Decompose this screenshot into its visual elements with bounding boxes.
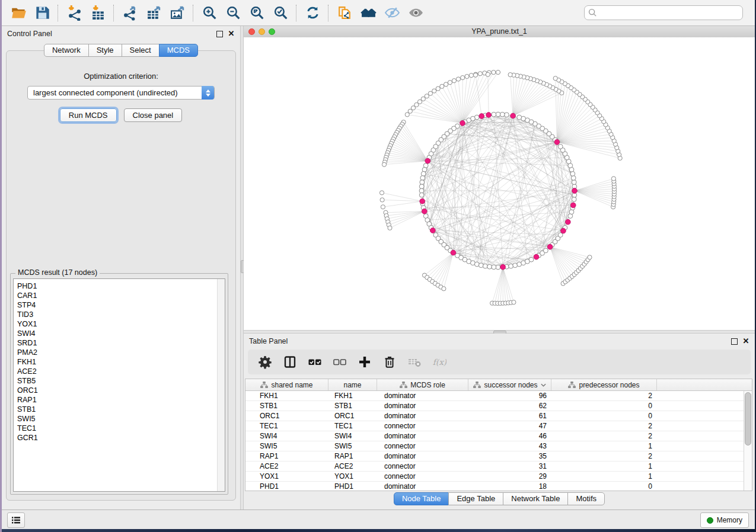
mcds-result-list: PHD1CAR1STP4TID3YOX1SWI4SRD1PMA2FKH1ACE2… [13, 278, 225, 492]
column-header-successor-nodes[interactable]: successor nodes [468, 379, 551, 390]
save-session-button[interactable] [30, 2, 54, 24]
node-table-header-row: shared namenameMCDS rolesuccessor nodesp… [245, 379, 752, 391]
table-row[interactable]: TEC1TEC1connector472 [245, 421, 744, 431]
hide-selected-button[interactable] [380, 2, 404, 24]
table-cell: connector [377, 442, 468, 450]
column-header-predecessor-nodes[interactable]: predecessor nodes [551, 379, 657, 390]
table-scrollbar[interactable] [744, 391, 752, 491]
mcds-result-item[interactable]: STB5 [17, 376, 217, 386]
zoom-out-button[interactable] [221, 2, 245, 24]
mcds-result-group: MCDS result (17 nodes) PHD1CAR1STP4TID3Y… [10, 273, 228, 495]
toolbar-separator [58, 5, 59, 21]
create-column-button[interactable] [355, 352, 375, 372]
table-cell: RAP1 [328, 452, 377, 460]
table-row[interactable]: RAP1RAP1dominator352 [245, 451, 744, 462]
mcds-result-item[interactable]: STB1 [17, 405, 217, 414]
mcds-result-item[interactable]: STP4 [17, 300, 217, 310]
run-mcds-button[interactable]: Run MCDS [60, 108, 117, 122]
show-all-button[interactable] [404, 2, 428, 24]
mcds-result-item[interactable]: SRD1 [17, 338, 217, 348]
mcds-result-item[interactable]: PMA2 [17, 348, 217, 357]
float-window-button[interactable] [216, 30, 223, 37]
mcds-result-item[interactable]: TEC1 [17, 424, 217, 433]
mcds-result-item[interactable]: CAR1 [17, 291, 217, 300]
table-cell: 46 [468, 432, 551, 440]
first-neighbors-button[interactable] [356, 2, 380, 24]
open-file-button[interactable] [7, 2, 30, 24]
table-row[interactable]: SWI5SWI5connector431 [245, 441, 744, 451]
mcds-result-item[interactable]: RAP1 [17, 395, 217, 405]
show-column-panel-button[interactable] [280, 352, 300, 372]
desktop: Control Panel ✕ Network Style Select MCD… [0, 0, 756, 532]
column-settings-button[interactable] [255, 352, 275, 372]
save-floppy-icon [34, 5, 50, 21]
tab-network[interactable]: Network [44, 44, 89, 57]
mcds-result-item[interactable]: YOX1 [17, 319, 217, 329]
table-float-window-button[interactable] [731, 338, 738, 345]
table-scrollbar-thumb[interactable] [745, 392, 751, 446]
delete-column-button[interactable] [379, 352, 400, 372]
table-row[interactable]: YOX1YOX1connector291 [245, 472, 744, 482]
deselect-all-columns-button[interactable] [330, 352, 350, 372]
mcds-result-item[interactable]: PHD1 [17, 281, 217, 291]
select-all-columns-button[interactable] [305, 352, 325, 372]
tab-style[interactable]: Style [88, 44, 122, 57]
tab-mcds[interactable]: MCDS [159, 44, 198, 57]
import-network-button[interactable] [62, 2, 86, 24]
criterion-select[interactable]: largest connected component (undirected) [27, 86, 215, 100]
clone-network-icon [337, 5, 353, 21]
node-table: shared namenameMCDS rolesuccessor nodesp… [245, 379, 752, 491]
mcds-result-item[interactable]: FKH1 [17, 357, 217, 367]
export-image-icon [170, 5, 186, 21]
mcds-result-item[interactable]: SWI4 [17, 329, 217, 338]
refresh-button[interactable] [301, 2, 324, 24]
mcds-result-item[interactable]: ORC1 [17, 386, 217, 395]
network-graph[interactable] [244, 37, 755, 330]
mcds-result-item[interactable]: GCR1 [17, 433, 217, 443]
control-panel-title: Control Panel [7, 30, 52, 38]
table-row[interactable]: ORC1ORC1dominator610 [245, 411, 744, 421]
show-panels-list-button[interactable] [7, 512, 25, 528]
table-cell: 1 [551, 442, 657, 450]
tab-node-table[interactable]: Node Table [394, 492, 449, 505]
table-cell: RAP1 [245, 452, 328, 460]
table-row[interactable]: PHD1PHD1dominator180 [245, 482, 744, 491]
close-panel-button[interactable]: ✕ [228, 30, 235, 37]
tab-edge-table[interactable]: Edge Table [448, 492, 503, 505]
network-canvas[interactable] [244, 37, 755, 330]
memory-button[interactable]: Memory [700, 512, 749, 528]
select-stepper-icon [202, 86, 214, 100]
table-row[interactable]: STB1STB1dominator620 [245, 401, 744, 411]
column-header-name[interactable]: name [328, 379, 377, 390]
close-panel-button-mcds[interactable]: Close panel [124, 108, 183, 122]
table-close-panel-button[interactable]: ✕ [742, 338, 749, 345]
column-header-shared-name[interactable]: shared name [245, 379, 328, 390]
zoom-selected-button[interactable] [269, 2, 292, 24]
table-cell: FKH1 [328, 392, 377, 400]
export-table-button[interactable] [142, 2, 165, 24]
search-input[interactable] [584, 5, 743, 20]
column-header-MCDS-role[interactable]: MCDS role [377, 379, 468, 390]
zoom-fit-button[interactable] [245, 2, 269, 24]
tab-motifs[interactable]: Motifs [567, 492, 605, 505]
network-window-titlebar[interactable]: YPA_prune.txt_1 [244, 26, 755, 38]
table-toolbar: f(x) [248, 350, 751, 374]
mcds-result-item[interactable]: SWI5 [17, 414, 217, 424]
table-cell: dominator [377, 412, 468, 420]
clone-network-button[interactable] [333, 2, 356, 24]
tab-select[interactable]: Select [122, 44, 160, 57]
mcds-result-item[interactable]: ACE2 [17, 367, 217, 376]
zoom-in-button[interactable] [197, 2, 221, 24]
table-row[interactable]: FKH1FKH1dominator962 [245, 391, 744, 401]
export-network-button[interactable] [118, 2, 142, 24]
table-row[interactable]: ACE2ACE2connector311 [245, 462, 744, 472]
mcds-result-scrollbar[interactable] [217, 279, 225, 491]
close-icon: ✕ [228, 31, 235, 37]
mcds-result-item[interactable]: TID3 [17, 310, 217, 319]
tab-network-table[interactable]: Network Table [503, 492, 568, 505]
import-table-button[interactable] [86, 2, 110, 24]
export-image-button[interactable] [165, 2, 189, 24]
zoom-out-icon [225, 5, 241, 21]
table-cell: PHD1 [328, 482, 377, 491]
table-row[interactable]: SWI4SWI4dominator462 [245, 431, 744, 441]
